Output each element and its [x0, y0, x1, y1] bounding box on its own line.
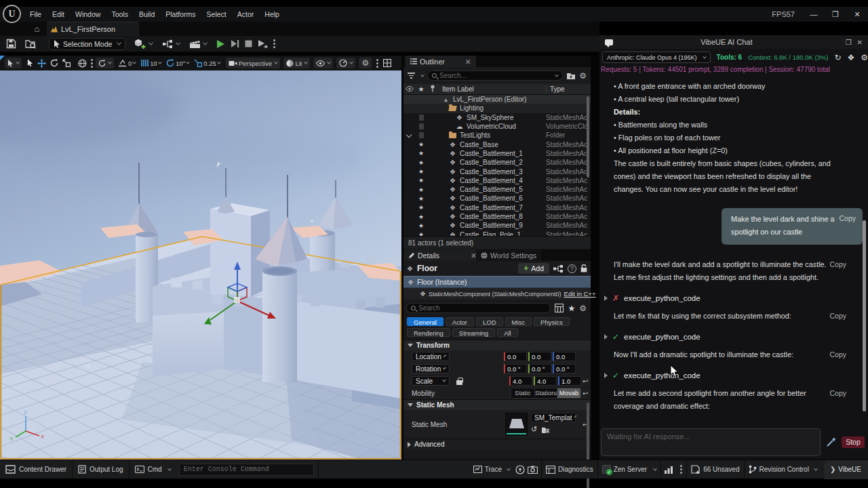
chat-settings-icon[interactable]: ⚙ — [861, 54, 868, 61]
filter-chip[interactable]: All — [497, 328, 518, 337]
staticmesh-dropdown[interactable]: SM_Templat — [531, 413, 576, 422]
menu-item[interactable]: Actor — [232, 7, 260, 22]
close-button[interactable]: ✕ — [846, 7, 868, 22]
tool-call-row[interactable]: ✓ execute_python_code — [604, 331, 846, 343]
filter-chip[interactable]: Streaming — [452, 328, 495, 337]
snap-rotate-dropdown[interactable] — [96, 58, 114, 68]
chat-scrollbar[interactable] — [863, 220, 866, 411]
pin-column-icon[interactable] — [427, 85, 438, 94]
outliner-tab[interactable]: Outliner ✕ — [406, 56, 476, 67]
close-icon[interactable]: ✕ — [465, 58, 471, 66]
visibility-column-icon[interactable] — [403, 85, 416, 93]
tool-call-row[interactable]: ✗ execute_python_code — [604, 292, 846, 304]
advanced-section-header[interactable]: Advanced — [403, 439, 591, 449]
send-icon[interactable] — [826, 437, 836, 447]
details-settings-icon[interactable]: ⚙ — [579, 305, 587, 312]
component-hierarchy-icon[interactable] — [553, 265, 564, 272]
rotation-dropdown[interactable]: Rotation — [412, 364, 450, 373]
level-tab[interactable]: LvL_FirstPerson — [47, 22, 139, 36]
menu-item[interactable]: Tools — [106, 7, 134, 22]
surface-snap-value[interactable]: 0 — [128, 60, 132, 67]
outliner-row[interactable]: Castle_Battlement_8 StaticMeshActor — [403, 212, 591, 221]
browse-to-asset-icon[interactable] — [541, 426, 550, 434]
mobility-movable[interactable]: Movab — [557, 388, 580, 398]
home-icon[interactable]: ⌂ — [32, 24, 42, 34]
menu-item[interactable]: Help — [259, 7, 285, 22]
scale-x-field[interactable]: 4.0 — [509, 376, 532, 386]
rotation-x-field[interactable]: 0.0 ° — [504, 364, 527, 373]
surface-snap-icon[interactable] — [118, 59, 127, 67]
display-options-icon[interactable] — [555, 304, 564, 312]
screenshot-icon[interactable] — [528, 466, 538, 474]
location-dropdown[interactable]: Location — [412, 352, 450, 361]
edit-in-cpp-link[interactable]: Edit in C++ — [564, 290, 596, 298]
menu-item[interactable]: Platforms — [160, 7, 201, 22]
reset-mobility-icon[interactable]: ↩ — [583, 390, 591, 397]
filter-chip[interactable]: General — [407, 317, 443, 326]
unreal-logo[interactable]: U — [3, 5, 21, 23]
scale-y-field[interactable]: 4.0 — [534, 376, 557, 386]
world-settings-tab[interactable]: World Settings — [476, 249, 541, 261]
launch-button[interactable] — [258, 39, 268, 48]
filter-icon[interactable] — [408, 73, 415, 79]
minimize-button[interactable]: — — [803, 7, 825, 22]
menu-item[interactable]: Select — [201, 7, 232, 22]
filter-chip[interactable]: Misc — [505, 317, 532, 326]
skip-frame-button[interactable] — [231, 39, 239, 48]
outliner-row[interactable]: Castle_Base StaticMeshActor — [403, 140, 591, 148]
transform-kebab-icon[interactable] — [91, 58, 93, 69]
stop-button[interactable] — [245, 40, 252, 47]
outliner-row[interactable]: Castle_Battlement_3 StaticMeshActor — [403, 167, 591, 176]
restore-panel-icon[interactable]: ❐ — [846, 39, 852, 46]
vibeue-status-tab[interactable]: ❯ VibeUE — [824, 460, 868, 479]
copy-button[interactable]: Copy — [839, 213, 856, 239]
scale-tool-icon[interactable] — [62, 59, 71, 67]
scale-lock-icon[interactable] — [456, 378, 462, 385]
cinematics-icon[interactable] — [189, 39, 201, 49]
diagnostics-button[interactable]: Diagnostics — [542, 460, 597, 479]
chevron-down-icon[interactable] — [420, 73, 425, 77]
outliner-row[interactable]: TestLights Folder — [403, 131, 591, 140]
rotation-y-field[interactable]: 0.0 ° — [528, 364, 551, 373]
rotation-snap-icon[interactable] — [166, 59, 174, 67]
copy-button[interactable]: Copy — [829, 348, 846, 359]
stop-button[interactable]: Stop — [842, 436, 865, 448]
menu-item[interactable]: Window — [70, 7, 106, 22]
play-button[interactable] — [216, 39, 225, 49]
component-row[interactable]: StaticMeshComponent (StaticMeshComponent… — [403, 288, 591, 300]
quad-view-icon[interactable] — [383, 59, 391, 67]
grid-snap-value[interactable]: 10 — [150, 60, 157, 67]
grid-snap-icon[interactable] — [140, 59, 149, 67]
menu-item[interactable]: Edit — [47, 7, 70, 22]
viewport-settings-dropdown[interactable]: ⚙ — [359, 58, 372, 68]
outliner-row[interactable]: Castle_Battlement_6 StaticMeshActor — [403, 194, 591, 203]
move-tool-icon[interactable] — [37, 59, 46, 68]
play-options-kebab-icon[interactable] — [273, 38, 275, 49]
content-drawer-button[interactable]: Content Drawer — [0, 460, 72, 479]
status-kebab-icon[interactable] — [680, 464, 682, 475]
staticmesh-section-header[interactable]: Static Mesh — [403, 399, 591, 410]
copy-button[interactable]: Copy — [829, 387, 846, 397]
location-x-field[interactable]: 0.0 — [504, 352, 527, 361]
chat-input[interactable]: Waiting for AI response... — [601, 428, 821, 456]
level-viewport[interactable]: 0 10 10° 0.25 Perspecti — [0, 56, 401, 460]
outliner-scrollbar[interactable] — [587, 96, 589, 178]
filter-chip[interactable]: LOD — [476, 317, 503, 326]
create-folder-icon[interactable] — [566, 72, 576, 80]
outliner-search-input[interactable]: Search... — [427, 70, 563, 81]
filter-chip[interactable]: Physics — [534, 317, 570, 326]
outliner-row[interactable]: Castle_Flag_Pole_1 StaticMeshActor — [403, 230, 591, 236]
browse-content-icon[interactable] — [25, 39, 37, 49]
reset-scale-icon[interactable]: ↩ — [583, 378, 591, 385]
selection-mode-dropdown[interactable]: Selection Mode — [49, 38, 125, 50]
unlock-icon[interactable] — [580, 264, 587, 272]
filter-chip[interactable]: Rendering — [407, 328, 450, 337]
outliner-row[interactable]: Lighting — [403, 104, 591, 113]
unsaved-button[interactable]: 66 Unsaved — [687, 460, 743, 479]
type-column[interactable]: Type — [546, 85, 591, 93]
add-component-button[interactable]: +Add — [518, 263, 549, 274]
help-icon[interactable]: ? — [568, 264, 576, 273]
revision-control-dropdown[interactable]: Revision Control — [745, 460, 821, 479]
output-log-button[interactable]: Output Log — [73, 460, 128, 479]
perspective-dropdown[interactable]: Perspective — [226, 58, 281, 68]
